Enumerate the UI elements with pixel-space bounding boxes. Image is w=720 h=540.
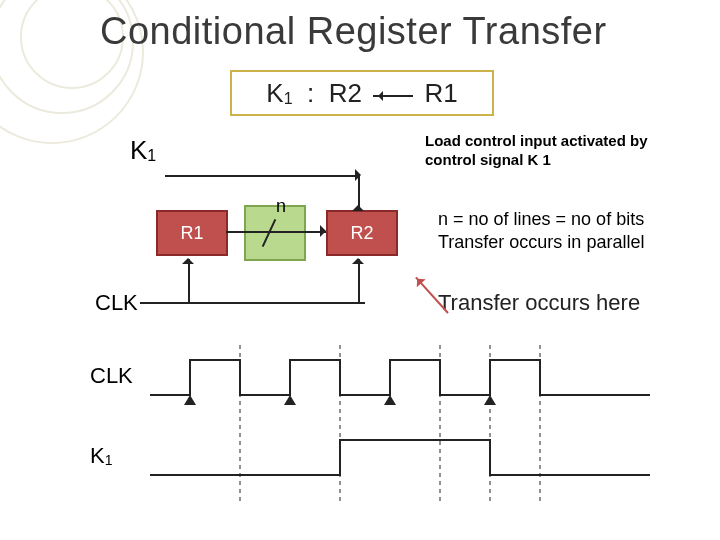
k1-sub: 1 xyxy=(147,147,156,164)
timing-waveforms-svg xyxy=(150,345,670,505)
bus-caption-line1: n = no of lines = no of bits xyxy=(438,209,644,229)
notation-dest: R2 xyxy=(329,78,362,108)
timing-k1-sub: 1 xyxy=(105,452,113,468)
k1-wire-arrowhead-icon xyxy=(355,169,367,181)
timing-diagram: CLK K1 xyxy=(90,345,680,515)
register-r1: R1 xyxy=(156,210,228,256)
clk-to-r2-wire xyxy=(358,259,360,302)
rtl-notation-box: K1 : R2 R1 xyxy=(230,70,494,116)
load-caption-line2: control signal K 1 xyxy=(425,151,551,168)
timing-k1-letter: K xyxy=(90,443,105,468)
timing-clk-label: CLK xyxy=(90,363,133,389)
clk-to-r2-arrowhead-icon xyxy=(352,252,364,264)
svg-marker-7 xyxy=(384,395,396,405)
register-r2: R2 xyxy=(326,210,398,256)
load-control-caption: Load control input activated by control … xyxy=(425,132,695,170)
clk-to-r1-arrowhead-icon xyxy=(182,252,194,264)
notation-src: R1 xyxy=(424,78,457,108)
k1-wire-into-r2-arrowhead-icon xyxy=(352,199,364,211)
notation-colon: : xyxy=(307,78,314,108)
timing-k1-label: K1 xyxy=(90,443,112,469)
svg-marker-5 xyxy=(184,395,196,405)
clk-to-r1-wire xyxy=(188,259,190,302)
k1-wire-horizontal xyxy=(165,175,355,177)
bus-caption-line2: Transfer occurs in parallel xyxy=(438,232,644,252)
svg-marker-6 xyxy=(284,395,296,405)
data-bus-arrowhead-icon xyxy=(320,225,332,237)
notation-k: K xyxy=(266,78,283,108)
load-caption-line1: Load control input activated by xyxy=(425,132,648,149)
clk-wire xyxy=(140,302,365,304)
clk-label-block: CLK xyxy=(95,290,138,316)
k1-letter: K xyxy=(130,135,147,165)
notation-k-sub: 1 xyxy=(284,90,293,107)
data-bus-wire xyxy=(226,231,326,233)
slide-title: Conditional Register Transfer xyxy=(100,10,607,53)
bus-width-n-label: n xyxy=(276,196,286,217)
k1-signal-label: K1 xyxy=(130,135,156,166)
transfer-caption: Transfer occurs here xyxy=(438,290,640,316)
left-arrow-icon xyxy=(373,95,413,96)
svg-marker-8 xyxy=(484,395,496,405)
bus-caption: n = no of lines = no of bits Transfer oc… xyxy=(438,208,708,255)
bus-width-box xyxy=(244,205,306,261)
